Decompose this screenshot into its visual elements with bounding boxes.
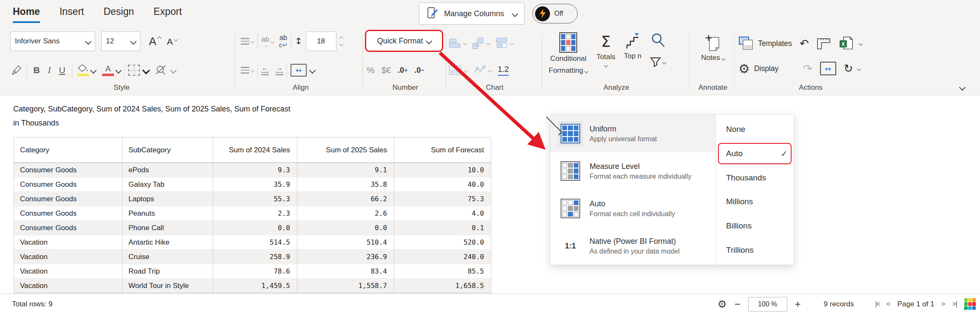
row-height-icon[interactable]: ↕ xyxy=(295,37,302,46)
table-cell[interactable]: 83.4 xyxy=(297,264,394,279)
line-chart-icon[interactable] xyxy=(473,66,492,75)
column-header-category[interactable]: Category xyxy=(14,137,122,163)
chevron-down-icon[interactable] xyxy=(170,67,177,74)
search-icon[interactable] xyxy=(650,32,666,48)
outdent-icon[interactable]: ← xyxy=(261,65,269,75)
hierarchy-chart-icon[interactable] xyxy=(473,38,490,48)
row-height-input[interactable]: 18 xyxy=(306,31,336,51)
table-cell[interactable]: 236.9 xyxy=(297,250,394,264)
menu-item-uniform[interactable]: UniformApply universal format xyxy=(550,115,715,152)
submenu-item-auto[interactable]: Auto✓ xyxy=(716,142,794,166)
decimal-places-icon[interactable]: 1.2 xyxy=(498,65,509,76)
chevron-down-icon[interactable] xyxy=(115,67,122,74)
menu-item-measure-level[interactable]: Measure LevelFormat each measure individ… xyxy=(550,152,715,190)
chevron-down-icon[interactable] xyxy=(858,41,863,46)
refresh-button[interactable]: ↻ xyxy=(844,63,853,74)
redo-button[interactable]: ↷ xyxy=(803,63,812,74)
table-cell[interactable]: 40.0 xyxy=(394,177,491,192)
table-cell[interactable]: 2.6 xyxy=(297,206,394,221)
notes-button[interactable]: Notes xyxy=(692,34,733,64)
menu-item-auto[interactable]: AutoFormat each cell individually xyxy=(550,190,715,227)
next-page-button[interactable]: > xyxy=(941,300,946,308)
decrease-font-size-button[interactable]: A xyxy=(167,37,177,46)
table-cell[interactable]: Galaxy Tab xyxy=(122,177,213,192)
table-cell[interactable]: Vacation xyxy=(14,235,122,250)
percent-format-icon[interactable]: % xyxy=(367,65,375,75)
table-cell[interactable]: 85.5 xyxy=(394,264,491,279)
conditional-formatting-button[interactable]: Conditional Formatting xyxy=(549,32,588,77)
tab-design[interactable]: Design xyxy=(103,6,134,23)
table-cell[interactable]: 55.3 xyxy=(213,192,297,206)
indent-icon[interactable]: → xyxy=(276,65,283,75)
chart-in-cell-icon[interactable] xyxy=(449,66,467,75)
table-cell[interactable]: Phone Call xyxy=(122,221,213,235)
zoom-in-button[interactable]: + xyxy=(795,299,801,309)
increase-decimal-icon[interactable]: .0+ xyxy=(398,66,407,75)
bold-button[interactable]: B xyxy=(30,65,43,75)
submenu-item-billions[interactable]: Billions xyxy=(716,214,794,238)
chevron-down-icon[interactable] xyxy=(857,66,861,71)
table-cell[interactable]: Peanuts xyxy=(122,206,213,221)
line-spacing-icon[interactable] xyxy=(241,38,249,45)
italic-button[interactable]: I xyxy=(43,65,56,76)
last-page-button[interactable]: >| xyxy=(952,300,957,308)
performance-mode-toggle[interactable]: Off xyxy=(533,4,578,23)
table-cell[interactable]: 510.4 xyxy=(297,235,394,250)
table-cell[interactable]: 514.5 xyxy=(213,235,297,250)
table-cell[interactable]: 35.9 xyxy=(213,177,297,192)
chevron-down-icon[interactable] xyxy=(270,39,274,43)
table-cell[interactable]: 0.0 xyxy=(297,221,394,235)
bar-chart-icon[interactable] xyxy=(449,38,467,48)
decrease-decimal-icon[interactable]: .0− xyxy=(414,66,424,75)
hide-measure-icon[interactable] xyxy=(155,65,168,76)
table-cell[interactable]: 0.0 xyxy=(213,221,297,235)
table-cell[interactable]: Consumer Goods xyxy=(14,177,122,192)
table-cell[interactable]: 2.3 xyxy=(213,206,297,221)
table-cell[interactable]: 1,558.7 xyxy=(297,279,394,293)
display-button[interactable]: ⚙ Display xyxy=(738,61,801,76)
table-cell[interactable]: 78.6 xyxy=(213,264,297,279)
submenu-item-millions[interactable]: Millions xyxy=(716,190,794,214)
chevron-down-icon[interactable] xyxy=(309,67,316,74)
table-cell[interactable]: Consumer Goods xyxy=(14,206,122,221)
submenu-item-none[interactable]: None xyxy=(716,117,794,142)
wrap-text-icon[interactable]: ab ​c↵ xyxy=(279,34,288,48)
caret-down-icon[interactable] xyxy=(339,42,343,46)
table-cell[interactable]: ePods xyxy=(122,163,213,177)
totals-button[interactable]: Σ Totals xyxy=(596,32,615,67)
first-page-button[interactable]: |< xyxy=(875,300,879,308)
increase-font-size-button[interactable]: A xyxy=(149,36,161,47)
table-cell[interactable]: Consumer Goods xyxy=(14,221,122,235)
tab-export[interactable]: Export xyxy=(154,6,182,23)
table-cell[interactable]: Vacation xyxy=(14,250,122,264)
column-header-sum-of-2025-sales[interactable]: Sum of 2025 Sales xyxy=(297,137,394,163)
table-cell[interactable]: Consumer Goods xyxy=(14,192,122,206)
table-cell[interactable]: 1,459.5 xyxy=(213,279,297,293)
table-cell[interactable]: Vacation xyxy=(14,264,122,279)
ruler-icon[interactable] xyxy=(817,37,831,50)
table-cell[interactable]: 4.0 xyxy=(394,206,491,221)
filter-button[interactable] xyxy=(650,57,666,67)
font-size-select[interactable]: 12 xyxy=(101,31,140,51)
table-cell[interactable]: 520.0 xyxy=(394,235,491,250)
chevron-down-icon[interactable] xyxy=(251,68,255,72)
quick-format-button[interactable]: Quick Format xyxy=(365,30,443,52)
zoom-out-button[interactable]: − xyxy=(735,299,741,309)
column-header-sum-of-2024-sales[interactable]: Sum of 2024 Sales xyxy=(213,137,297,163)
submenu-item-trillions[interactable]: Trillions xyxy=(716,238,794,262)
table-cell[interactable]: Road Trip xyxy=(122,264,213,279)
font-color-button[interactable]: A xyxy=(101,65,115,76)
fit-width-icon[interactable]: ↔ xyxy=(291,64,307,77)
manage-columns-button[interactable]: Manage Columns xyxy=(419,3,524,25)
table-cell[interactable]: 9.1 xyxy=(297,163,394,177)
currency-format-icon[interactable]: $€ xyxy=(382,66,391,75)
column-header-subcategory[interactable]: SubCategory xyxy=(122,137,213,163)
prev-page-button[interactable]: < xyxy=(886,300,891,308)
export-excel-button[interactable]: X xyxy=(839,36,854,51)
table-cell[interactable]: Antartic Hike xyxy=(122,235,213,250)
row-height-stepper[interactable] xyxy=(340,37,343,46)
ribbon-collapse-chevron[interactable] xyxy=(959,84,966,91)
table-cell[interactable]: 9.3 xyxy=(213,163,297,177)
horizontal-align-icon[interactable] xyxy=(241,67,249,74)
settings-gear-icon[interactable]: ⚙ xyxy=(718,298,727,310)
